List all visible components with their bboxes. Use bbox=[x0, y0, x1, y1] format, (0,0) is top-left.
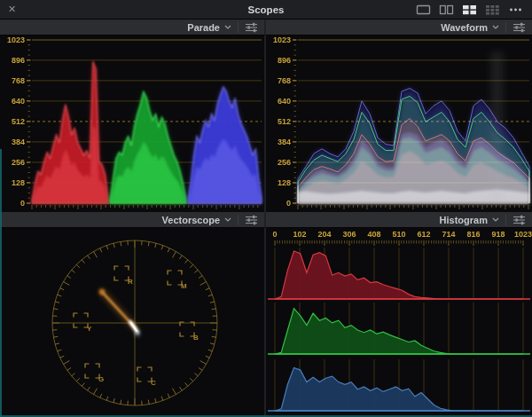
parade-scope: 10238967686405123842561280 bbox=[0, 35, 266, 212]
svg-text:384: 384 bbox=[12, 138, 25, 146]
svg-text:768: 768 bbox=[12, 76, 25, 85]
chevron-down-icon bbox=[224, 25, 231, 29]
svg-text:768: 768 bbox=[278, 76, 291, 85]
waveform-title: Waveform bbox=[441, 22, 488, 33]
svg-text:408: 408 bbox=[367, 230, 380, 239]
chevron-down-icon bbox=[224, 217, 231, 222]
histogram-scope-selector[interactable]: Histogram bbox=[440, 215, 499, 225]
svg-text:640: 640 bbox=[278, 97, 291, 106]
chevron-down-icon bbox=[492, 217, 499, 222]
parade-canvas: 10238967686405123842561280 bbox=[0, 35, 264, 212]
waveform-scope: 10238967686405123842561280 bbox=[266, 35, 532, 212]
histogram-title: Histogram bbox=[440, 215, 488, 225]
svg-text:R: R bbox=[128, 278, 133, 286]
vectorscope-header: Vectorscope bbox=[0, 212, 266, 228]
chevron-down-icon bbox=[492, 25, 499, 29]
svg-text:0: 0 bbox=[20, 199, 25, 208]
svg-text:640: 640 bbox=[12, 97, 25, 106]
svg-text:102: 102 bbox=[293, 230, 306, 239]
svg-text:128: 128 bbox=[278, 178, 291, 187]
svg-text:1023: 1023 bbox=[273, 35, 291, 44]
svg-text:896: 896 bbox=[278, 56, 291, 65]
svg-text:512: 512 bbox=[278, 117, 291, 126]
scopes-window: ✕ Scopes bbox=[0, 0, 532, 417]
header-divider bbox=[505, 215, 506, 225]
scope-grid: Parade Waveform 102389676864051238425612… bbox=[0, 20, 532, 417]
vectorscope-scope-selector[interactable]: Vectorscope bbox=[162, 215, 231, 225]
svg-text:C: C bbox=[151, 379, 156, 387]
histogram-scope: 01022043064085106127148169181023 bbox=[266, 228, 532, 417]
histogram-canvas: 01022043064085106127148169181023 bbox=[266, 228, 532, 417]
titlebar: ✕ Scopes bbox=[0, 0, 532, 20]
svg-text:384: 384 bbox=[278, 138, 291, 146]
waveform-canvas: 10238967686405123842561280 bbox=[266, 35, 532, 212]
parade-header: Parade bbox=[0, 20, 266, 35]
svg-text:256: 256 bbox=[278, 158, 291, 167]
svg-text:204: 204 bbox=[317, 230, 331, 239]
svg-text:1023: 1023 bbox=[7, 35, 25, 44]
svg-text:306: 306 bbox=[342, 230, 356, 239]
screen-edge-artifact bbox=[0, 149, 2, 417]
svg-text:0: 0 bbox=[272, 230, 277, 239]
vectorscope-canvas: RMYBGC bbox=[0, 228, 264, 417]
parade-title: Parade bbox=[187, 22, 220, 33]
svg-text:918: 918 bbox=[491, 230, 505, 239]
histogram-settings-icon[interactable] bbox=[512, 215, 526, 225]
svg-text:896: 896 bbox=[12, 56, 25, 65]
waveform-scope-selector[interactable]: Waveform bbox=[441, 22, 499, 33]
layout-grid-icon[interactable] bbox=[485, 4, 500, 15]
svg-text:0: 0 bbox=[286, 199, 291, 208]
more-options-icon[interactable] bbox=[508, 4, 523, 15]
svg-text:Y: Y bbox=[87, 325, 92, 333]
svg-text:1023: 1023 bbox=[514, 230, 532, 239]
svg-text:816: 816 bbox=[466, 230, 480, 239]
waveform-settings-icon[interactable] bbox=[512, 22, 526, 33]
vectorscope-settings-icon[interactable] bbox=[245, 215, 258, 225]
layout-single-icon[interactable] bbox=[416, 4, 431, 15]
layout-dual-icon[interactable] bbox=[439, 4, 454, 15]
header-divider bbox=[505, 22, 506, 33]
layout-quad-icon[interactable] bbox=[462, 4, 477, 15]
svg-text:612: 612 bbox=[417, 230, 430, 239]
svg-text:512: 512 bbox=[12, 117, 25, 126]
vectorscope-title: Vectorscope bbox=[162, 215, 220, 225]
header-divider bbox=[238, 22, 239, 33]
svg-text:714: 714 bbox=[442, 230, 455, 239]
vectorscope-scope: RMYBGC bbox=[0, 228, 266, 417]
waveform-header: Waveform bbox=[266, 20, 532, 35]
header-divider bbox=[238, 215, 239, 225]
svg-text:510: 510 bbox=[392, 230, 405, 239]
svg-text:M: M bbox=[181, 282, 187, 290]
svg-text:256: 256 bbox=[12, 158, 25, 167]
svg-text:B: B bbox=[193, 334, 199, 342]
svg-text:128: 128 bbox=[12, 178, 25, 187]
histogram-header: Histogram bbox=[266, 212, 532, 228]
parade-scope-selector[interactable]: Parade bbox=[187, 22, 231, 33]
svg-text:G: G bbox=[98, 375, 104, 383]
parade-settings-icon[interactable] bbox=[245, 22, 258, 33]
